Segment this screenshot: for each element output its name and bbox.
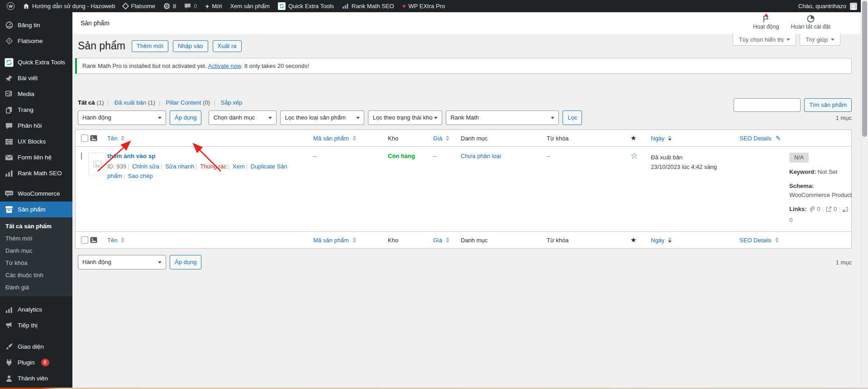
account-menu[interactable]: Chào, quantrihazo: [798, 3, 868, 10]
apply-button[interactable]: Áp dụng: [170, 110, 201, 125]
finish-setup-button[interactable]: Hoàn tất cài đặt: [791, 14, 830, 30]
submenu-categories[interactable]: Danh mục: [0, 245, 72, 257]
sort-icon: [446, 237, 449, 243]
seo-details-cell: N/A Keyword: Not Set Schema: WooCommerce…: [723, 147, 853, 231]
chevron-down-icon: [434, 117, 438, 121]
sidebar-item-plugins[interactable]: Plugin 8: [0, 355, 72, 370]
product-type-select[interactable]: Lọc theo loại sản phẩm: [280, 110, 364, 125]
sidebar-item-contact-form[interactable]: Form liên hệ: [0, 149, 72, 165]
screen-meta-tabs: Tùy chọn hiển thị Trợ giúp: [733, 34, 840, 46]
category-cell: Chưa phân loại: [461, 147, 547, 231]
sidebar-item-quick-extra-tools[interactable]: Quick Extra Tools: [0, 54, 72, 70]
product-id: ID: 939: [107, 163, 126, 170]
trash-link[interactable]: Thùng rác: [194, 163, 227, 170]
stock-status-select[interactable]: Lọc theo trạng thái kho: [368, 110, 442, 125]
flatsome-menu[interactable]: Flatsome: [119, 0, 159, 12]
screen-options-button[interactable]: Tùy chọn hiển thị: [733, 34, 796, 46]
filter-button[interactable]: Lọc: [563, 110, 582, 125]
rank-math-menu[interactable]: Rank Math SEO: [338, 0, 398, 12]
category-link[interactable]: Chưa phân loại: [461, 153, 501, 159]
column-header-date[interactable]: Ngày: [651, 232, 723, 248]
view-link[interactable]: Xem: [227, 163, 245, 170]
wp-extra-menu[interactable]: ♥ WP EXtra Pro: [398, 0, 449, 12]
sidebar-item-analytics[interactable]: Analytics: [0, 302, 72, 317]
activate-now-link[interactable]: Activate now: [208, 62, 241, 69]
column-header-name[interactable]: Tên: [107, 232, 313, 248]
sidebar-item-products[interactable]: Sản phẩm: [0, 202, 72, 217]
copy-link[interactable]: Sao chép: [122, 173, 153, 179]
price-cell: –: [433, 147, 461, 231]
site-menu[interactable]: Hướng dẫn sử dụng - Hazoweb: [19, 0, 119, 12]
seo-keyword: Keyword: Not Set: [789, 168, 853, 177]
sidebar-item-media[interactable]: Media: [0, 86, 72, 102]
bulk-action-select[interactable]: Hành động: [78, 110, 166, 125]
view-published[interactable]: Đã xuất bản (1): [104, 99, 155, 106]
column-header-sku[interactable]: Mã sản phẩm: [313, 130, 388, 146]
select-all-checkbox[interactable]: [81, 236, 88, 244]
content-header-bar: Sản phẩm Hoạt động Hoàn tất cài đặt: [72, 12, 861, 34]
publish-date: 23/10/2023 lúc 4:42 sáng: [651, 162, 723, 172]
export-button[interactable]: Xuất ra: [213, 40, 242, 52]
main-content: Sản phẩm Hoạt động Hoàn tất cài đặt Tùy …: [72, 12, 861, 388]
column-header-sku[interactable]: Mã sản phẩm: [313, 232, 388, 248]
sidebar-item-dashboard[interactable]: Bảng tin: [0, 17, 72, 33]
header-actions: Hoạt động Hoàn tất cài đặt: [753, 14, 830, 30]
sort-icon: [121, 237, 124, 243]
sidebar-item-flatsome[interactable]: Flatsome: [0, 33, 72, 49]
row-thumbnail-cell: [90, 147, 107, 231]
column-header-name[interactable]: Tên: [107, 130, 313, 146]
select-all-checkbox[interactable]: [81, 134, 88, 142]
sidebar-item-woocommerce[interactable]: WOO WooCommerce: [0, 186, 72, 202]
comments-menu[interactable]: 0: [180, 0, 201, 12]
submenu-all-products[interactable]: Tất cả sản phẩm: [0, 220, 72, 232]
import-button[interactable]: Nhập vào: [173, 40, 208, 52]
sidebar-item-pages[interactable]: Trang: [0, 102, 72, 118]
help-button[interactable]: Trợ giúp: [800, 34, 840, 46]
edit-link[interactable]: Chỉnh sửa: [126, 163, 159, 170]
product-title-link[interactable]: thêm ảnh vào sp: [107, 153, 313, 159]
activity-button[interactable]: Hoạt động: [753, 14, 779, 30]
admin-bar: W Hướng dẫn sử dụng - Hazoweb Flatsome 8…: [0, 0, 868, 12]
submenu-add-new[interactable]: Thêm mới: [0, 232, 72, 245]
sidebar-item-comments[interactable]: Phản hồi: [0, 118, 72, 134]
apply-button-bottom[interactable]: Áp dụng: [170, 255, 201, 269]
sidebar-item-marketing[interactable]: Tiếp thị: [0, 317, 72, 333]
column-header-price[interactable]: Giá: [433, 232, 461, 248]
view-all[interactable]: Tất cả (1): [78, 99, 104, 106]
submenu-tags[interactable]: Từ khóa: [0, 257, 72, 269]
sidebar-item-ux-blocks[interactable]: UX Blocks: [0, 134, 72, 149]
quick-extra-tools-menu[interactable]: Quick Extra Tools: [274, 0, 338, 12]
sidebar-item-users[interactable]: Thành viên: [0, 370, 72, 386]
column-header-seo[interactable]: SEO Details: [723, 232, 851, 248]
category-select[interactable]: Chọn danh mục: [209, 110, 277, 125]
add-new-button[interactable]: Thêm mới: [132, 40, 168, 52]
submenu-reviews[interactable]: Đánh giá: [0, 281, 72, 293]
scrollbar-thumb[interactable]: [862, 1, 867, 137]
star-outline-icon[interactable]: ☆: [630, 151, 638, 160]
row-name-cell: thêm ảnh vào sp ID: 939Chỉnh sửaSửa nhan…: [107, 147, 313, 231]
flag-icon: [762, 14, 770, 23]
sidebar-separator: [0, 333, 72, 339]
bricks-icon: [5, 137, 14, 146]
sidebar-item-appearance[interactable]: Giao diện: [0, 339, 72, 355]
sidebar-item-rank-math[interactable]: Rank Math SEO: [0, 165, 72, 181]
wordpress-logo-icon[interactable]: W: [3, 0, 19, 12]
column-header-seo[interactable]: SEO Details✎: [723, 130, 851, 146]
column-header-featured: ★: [630, 232, 651, 248]
view-sort[interactable]: Sắp xếp: [210, 99, 242, 106]
pages-icon: [5, 106, 14, 115]
row-checkbox[interactable]: [81, 152, 82, 160]
sidebar-item-posts[interactable]: Bài viết: [0, 70, 72, 86]
updates-menu[interactable]: 8: [159, 0, 180, 12]
archive-box-icon: [5, 205, 14, 214]
column-header-price[interactable]: Giá: [433, 130, 461, 146]
quick-edit-link[interactable]: Sửa nhanh: [159, 163, 194, 170]
bulk-action-select-bottom[interactable]: Hành động: [78, 255, 166, 269]
submenu-attributes[interactable]: Các thuộc tính: [0, 269, 72, 281]
rank-math-select[interactable]: Rank Math: [446, 110, 559, 125]
view-pillar-content[interactable]: Pillar Content (0): [155, 99, 210, 106]
view-product-link[interactable]: Xem sản phẩm: [226, 0, 273, 12]
new-menu[interactable]: + Mới: [201, 0, 226, 12]
column-header-date[interactable]: Ngày: [651, 130, 723, 146]
scrollbar[interactable]: [861, 0, 868, 389]
